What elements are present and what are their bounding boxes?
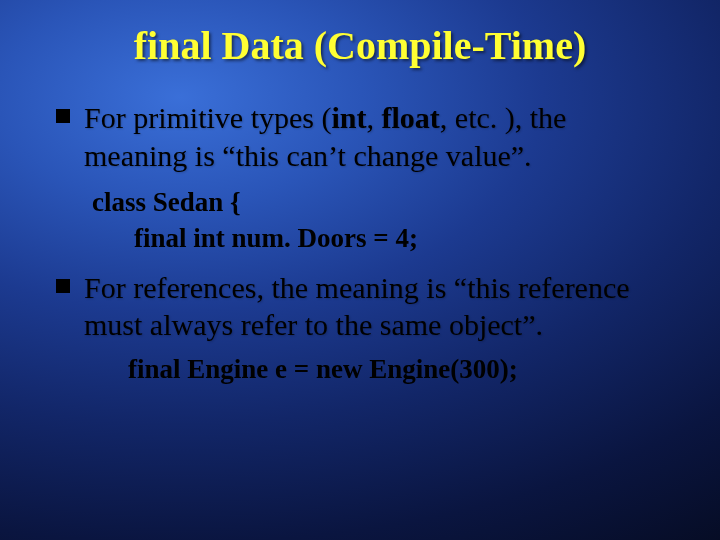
slide-body: For primitive types (int, float, etc. ),… [48,99,672,385]
slide: final Data (Compile-Time) For primitive … [0,0,720,540]
code-line: class Sedan { [92,184,664,220]
text-fragment: , [367,101,382,134]
bullet-text: For references, the meaning is “this ref… [84,269,664,344]
square-bullet-icon [56,279,70,293]
slide-title: final Data (Compile-Time) [48,22,672,69]
square-bullet-icon [56,109,70,123]
keyword-float: float [382,101,440,134]
keyword-int: int [331,101,366,134]
code-block: class Sedan { final int num. Doors = 4; [92,184,664,257]
text-fragment: For primitive types ( [84,101,331,134]
code-line: final int num. Doors = 4; [92,220,664,256]
bullet-item: For references, the meaning is “this ref… [56,269,664,344]
bullet-item: For primitive types (int, float, etc. ),… [56,99,664,174]
code-line: final Engine e = new Engine(300); [128,354,664,385]
bullet-text: For primitive types (int, float, etc. ),… [84,99,664,174]
